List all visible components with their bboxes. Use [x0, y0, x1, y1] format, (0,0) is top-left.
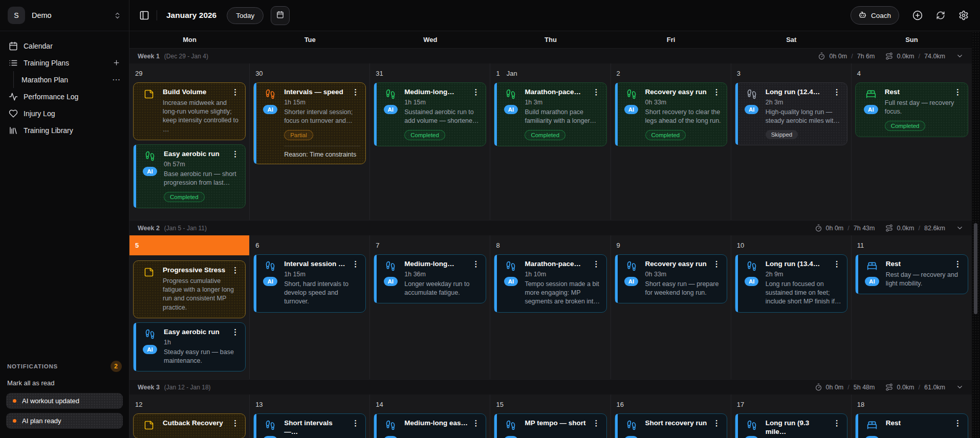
card-menu-kebab-icon[interactable]: ⋮ — [953, 260, 963, 268]
day-cell-14[interactable]: 14AIMedium-long eas…⋮ — [370, 395, 490, 438]
card-menu-kebab-icon[interactable]: ⋮ — [471, 260, 481, 268]
workout-card[interactable]: AIIntervals — speed⋮1h 15mShorter interv… — [253, 82, 366, 164]
workout-card[interactable]: AILong run (9.3 mile…⋮ — [735, 413, 847, 438]
workout-card[interactable]: AIEasy aerobic run⋮1hSteady easy run — b… — [133, 322, 246, 371]
sidebar-item-marathon-plan[interactable]: Marathon Plan⋯ — [14, 71, 125, 88]
day-cell-31[interactable]: 31AIMedium-long…⋮1h 15mSustained aerobic… — [370, 63, 490, 220]
day-cell-6[interactable]: 6AIInterval session …⋮1h 15mShort, hard … — [250, 235, 370, 379]
workout-card[interactable]: AIEasy aerobic run⋮0h 57mBase aerobic ru… — [133, 144, 246, 208]
day-cell-4[interactable]: 4AIRest⋮Full rest day — recovery focus.C… — [852, 63, 972, 220]
note-card[interactable]: Build Volume⋮Increase midweek and long-r… — [133, 82, 246, 140]
calendar-view-button[interactable] — [271, 6, 290, 25]
rest-card[interactable]: AIRest⋮ — [855, 413, 968, 438]
card-menu-kebab-icon[interactable]: ⋮ — [471, 419, 481, 427]
collapse-week-chevron-icon[interactable] — [956, 383, 964, 391]
workout-card[interactable]: AIMarathon-pace…⋮1h 3mBuild marathon pac… — [494, 82, 606, 146]
note-card[interactable]: Cutback Recovery⋮ — [133, 413, 246, 438]
card-menu-kebab-icon[interactable]: ⋮ — [953, 419, 963, 427]
workout-card[interactable]: AIMP tempo — short⋮ — [494, 413, 606, 438]
workout-card[interactable]: AIMarathon-pace…⋮1h 10mTempo session mad… — [494, 254, 606, 313]
workout-card[interactable]: AIRecovery easy run⋮0h 33mShort recovery… — [615, 82, 727, 146]
card-menu-kebab-icon[interactable]: ⋮ — [351, 88, 360, 96]
workout-card[interactable]: AIMedium-long…⋮1h 36mLonger weekday run … — [374, 254, 486, 303]
workout-card[interactable]: AILong run (13.4…⋮2h 9mLong run focused … — [735, 254, 847, 313]
card-menu-kebab-icon[interactable]: ⋮ — [230, 328, 240, 336]
workout-card[interactable]: AIMedium-long eas…⋮ — [374, 413, 486, 438]
day-cell-13[interactable]: 13AIShort intervals —…⋮ — [250, 395, 370, 438]
card-title: Recovery easy run — [645, 260, 707, 269]
workout-card[interactable]: AIInterval session …⋮1h 15mShort, hard i… — [253, 254, 366, 313]
card-menu-kebab-icon[interactable]: ⋮ — [592, 260, 601, 268]
card-menu-kebab-icon[interactable]: ⋮ — [230, 266, 240, 274]
day-cell-15[interactable]: 15AIMP tempo — short⋮ — [490, 395, 611, 438]
day-number-text: 1 — [496, 70, 499, 77]
day-cell-8[interactable]: 8AIMarathon-pace…⋮1h 10mTempo session ma… — [490, 235, 611, 379]
rest-card[interactable]: AIRest⋮Full rest day — recovery focus.Co… — [855, 82, 968, 137]
workspace-switcher[interactable]: S Demo — [0, 0, 129, 31]
day-cell-30[interactable]: 30AIIntervals — speed⋮1h 15mShorter inte… — [250, 63, 370, 220]
collapse-week-chevron-icon[interactable] — [956, 224, 964, 232]
card-menu-kebab-icon[interactable]: ⋮ — [230, 88, 240, 96]
card-body: Short recovery run⋮ — [645, 419, 722, 438]
vertical-scrollbar[interactable] — [972, 31, 980, 438]
card-menu-kebab-icon[interactable]: ⋮ — [351, 260, 360, 268]
card-menu-kebab-icon[interactable]: ⋮ — [832, 419, 842, 427]
card-menu-kebab-icon[interactable]: ⋮ — [832, 260, 842, 268]
notification-item[interactable]: AI plan ready — [6, 413, 123, 429]
sidebar-item-performance-log[interactable]: Performance Log — [4, 88, 125, 105]
today-button[interactable]: Today — [227, 7, 264, 24]
sidebar-item-calendar[interactable]: Calendar — [4, 37, 125, 54]
day-cell-10[interactable]: 10AILong run (13.4…⋮2h 9mLong run focuse… — [731, 235, 852, 379]
rest-card[interactable]: AIRest⋮Rest day — recovery and light mob… — [855, 254, 968, 294]
card-menu-kebab-icon[interactable]: ⋮ — [712, 419, 722, 427]
card-body: Rest⋮Full rest day — recovery focus.Comp… — [885, 88, 963, 131]
day-cell-17[interactable]: 17AILong run (9.3 mile…⋮ — [731, 395, 852, 438]
workout-card[interactable]: AIShort recovery run⋮ — [615, 413, 727, 438]
sidebar-item-injury-log[interactable]: Injury Log — [4, 105, 125, 122]
note-card[interactable]: Progressive Stress⋮Progress cumulative f… — [133, 260, 246, 318]
day-cell-12[interactable]: 12Cutback Recovery⋮ — [129, 395, 250, 438]
add-plan-button[interactable] — [113, 59, 120, 67]
card-menu-kebab-icon[interactable]: ⋮ — [471, 88, 481, 96]
day-cell-29[interactable]: 29Build Volume⋮Increase midweek and long… — [129, 63, 250, 220]
scrollbar-thumb[interactable] — [974, 223, 977, 314]
card-menu-kebab-icon[interactable]: ⋮ — [712, 260, 722, 268]
add-button[interactable] — [912, 10, 923, 20]
coach-button[interactable]: Coach — [851, 6, 899, 25]
card-menu-kebab-icon[interactable]: ⋮ — [592, 419, 601, 427]
day-cell-1[interactable]: 1JanAIMarathon-pace…⋮1h 3mBuild marathon… — [490, 63, 611, 220]
workout-card[interactable]: AIMedium-long…⋮1h 15mSustained aerobic r… — [374, 82, 486, 146]
card-menu-kebab-icon[interactable]: ⋮ — [230, 419, 240, 427]
day-cell-5[interactable]: 5Progressive Stress⋮Progress cumulative … — [129, 235, 250, 379]
workout-card[interactable]: AIRecovery easy run⋮0h 33mShort easy run… — [615, 254, 727, 303]
refresh-icon[interactable] — [936, 11, 945, 20]
card-menu-kebab-icon[interactable]: ⋮ — [230, 150, 240, 158]
day-cell-16[interactable]: 16AIShort recovery run⋮ — [611, 395, 731, 438]
day-cell-2[interactable]: 2AIRecovery easy run⋮0h 33mShort recover… — [611, 63, 731, 220]
sidebar-toggle-button[interactable] — [139, 10, 149, 20]
collapse-week-chevron-icon[interactable] — [956, 52, 964, 60]
day-cell-11[interactable]: 11AIRest⋮Rest day — recovery and light m… — [852, 235, 972, 379]
mark-all-read-link[interactable]: Mark all as read — [7, 379, 122, 387]
workout-card[interactable]: AIShort intervals —…⋮ — [253, 413, 366, 438]
day-cell-7[interactable]: 7AIMedium-long…⋮1h 36mLonger weekday run… — [370, 235, 490, 379]
day-number-text: 14 — [376, 401, 383, 408]
card-body: Medium-long…⋮1h 36mLonger weekday run to… — [404, 260, 481, 297]
card-menu-kebab-icon[interactable]: ⋮ — [592, 88, 601, 96]
sidebar-item-training-plans[interactable]: Training Plans — [4, 54, 125, 71]
day-cell-3[interactable]: 3AILong run (12.4…⋮2h 3mHigh-quality lon… — [731, 63, 852, 220]
plan-menu-button[interactable]: ⋯ — [112, 76, 120, 84]
footprints-icon — [747, 420, 757, 432]
card-menu-kebab-icon[interactable]: ⋮ — [712, 88, 722, 96]
card-menu-kebab-icon[interactable]: ⋮ — [953, 88, 963, 96]
notification-item[interactable]: AI workout updated — [6, 393, 123, 409]
day-cell-9[interactable]: 9AIRecovery easy run⋮0h 33mShort easy ru… — [611, 235, 731, 379]
card-menu-kebab-icon[interactable]: ⋮ — [832, 88, 842, 96]
sidebar-item-training-library[interactable]: Training Library — [4, 122, 125, 139]
settings-gear-icon[interactable] — [959, 10, 969, 20]
card-body: Rest⋮ — [886, 419, 963, 438]
day-cell-18[interactable]: 18AIRest⋮ — [852, 395, 972, 438]
workout-card[interactable]: AILong run (12.4…⋮2h 3mHigh-quality long… — [735, 82, 847, 145]
ai-badge: AI — [143, 345, 157, 354]
card-menu-kebab-icon[interactable]: ⋮ — [351, 419, 360, 427]
